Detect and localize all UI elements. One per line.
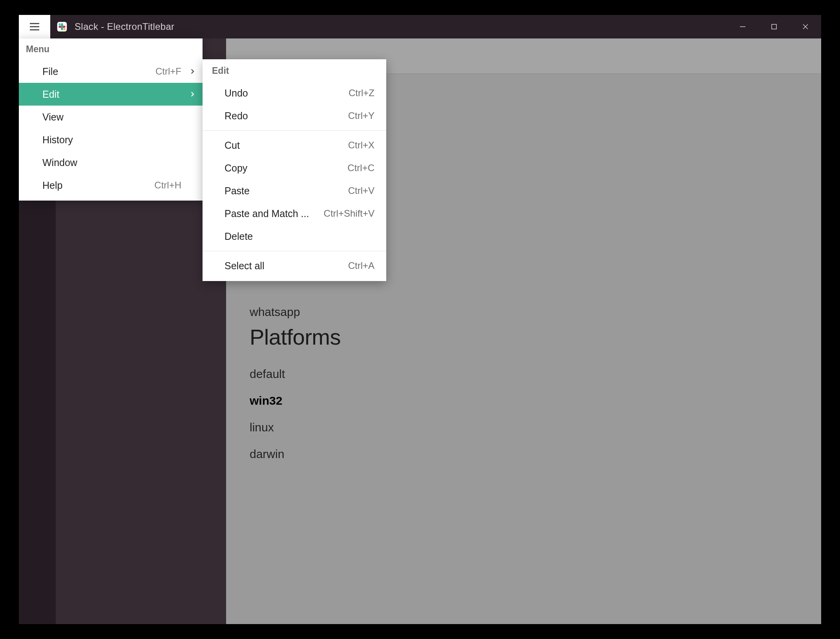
submenu-item-accelerator: Ctrl+A: [348, 260, 374, 271]
minimize-button[interactable]: [727, 15, 758, 38]
menu-item-label: Window: [42, 157, 195, 168]
submenu-item-label: Cut: [225, 140, 343, 151]
menu-item-file[interactable]: FileCtrl+F: [19, 60, 203, 83]
close-icon: [802, 23, 809, 31]
minimize-icon: [739, 23, 747, 31]
edit-submenu: Edit UndoCtrl+ZRedoCtrl+YCutCtrl+XCopyCt…: [203, 59, 386, 281]
hamburger-menu-button[interactable]: [19, 15, 50, 38]
svg-rect-9: [772, 24, 776, 29]
app-icon: [56, 20, 68, 33]
submenu-item-accelerator: Ctrl+Z: [349, 88, 374, 99]
submenu-item-accelerator: Ctrl+C: [347, 162, 374, 173]
menu-item-edit[interactable]: Edit: [19, 83, 203, 106]
submenu-item-accelerator: Ctrl+Y: [348, 110, 374, 121]
window-controls: [727, 15, 821, 38]
submenu-item-paste-and-match-style[interactable]: Paste and Match ...Ctrl+Shift+V: [203, 202, 386, 225]
submenu-item-label: Redo: [225, 110, 343, 122]
main-menu-dropdown: Menu FileCtrl+FEditViewHistoryWindowHelp…: [19, 38, 203, 201]
maximize-icon: [771, 23, 778, 30]
submenu-item-cut[interactable]: CutCtrl+X: [203, 134, 386, 157]
platform-option-win32[interactable]: win32: [250, 387, 798, 414]
platform-option-default[interactable]: default: [250, 361, 798, 387]
section-heading-platforms: Platforms: [250, 324, 798, 350]
submenu-item-label: Paste: [225, 185, 343, 197]
menu-item-label: Help: [42, 180, 154, 191]
submenu-item-copy[interactable]: CopyCtrl+C: [203, 157, 386, 179]
menu-separator: [203, 130, 386, 131]
chevron-right-icon: [188, 68, 197, 75]
hamburger-icon: [28, 20, 41, 33]
menu-item-label: File: [42, 66, 155, 77]
menu-item-help[interactable]: HelpCtrl+H: [19, 174, 203, 197]
submenu-item-label: Copy: [225, 162, 343, 174]
submenu-item-label: Paste and Match ...: [225, 208, 319, 219]
menu-separator: [203, 251, 386, 251]
submenu-heading: Edit: [203, 59, 386, 82]
submenu-item-accelerator: Ctrl+X: [348, 140, 374, 151]
menu-item-view[interactable]: View: [19, 106, 203, 128]
submenu-item-select-all[interactable]: Select allCtrl+A: [203, 254, 386, 277]
svg-point-6: [58, 23, 60, 25]
maximize-button[interactable]: [758, 15, 790, 38]
titlebar: Slack - ElectronTitlebar: [19, 15, 821, 38]
submenu-item-label: Delete: [225, 231, 370, 242]
menu-item-label: History: [42, 134, 195, 146]
menu-item-accelerator: Ctrl+H: [154, 180, 181, 191]
menu-item-label: View: [42, 111, 195, 123]
submenu-item-undo[interactable]: UndoCtrl+Z: [203, 82, 386, 104]
svg-point-7: [64, 28, 66, 30]
submenu-item-accelerator: Ctrl+V: [348, 185, 374, 196]
svg-rect-5: [61, 23, 63, 30]
platform-list: defaultwin32linuxdarwin: [250, 361, 798, 467]
submenu-item-accelerator: Ctrl+Shift+V: [324, 208, 374, 219]
menu-item-label: Edit: [42, 89, 195, 100]
menu-item-accelerator: Ctrl+F: [155, 66, 181, 77]
menu-heading: Menu: [19, 38, 203, 60]
menu-item-window[interactable]: Window: [19, 151, 203, 174]
submenu-item-delete[interactable]: Delete: [203, 225, 386, 248]
platform-option-darwin[interactable]: darwin: [250, 441, 798, 467]
slack-icon: [57, 21, 68, 32]
chevron-right-icon: [188, 91, 197, 98]
submenu-item-paste[interactable]: PasteCtrl+V: [203, 179, 386, 202]
list-item[interactable]: whatsapp: [250, 305, 798, 319]
menu-item-history[interactable]: History: [19, 128, 203, 151]
close-button[interactable]: [790, 15, 821, 38]
window-title: Slack - ElectronTitlebar: [75, 21, 174, 32]
submenu-item-label: Undo: [225, 88, 344, 99]
platform-option-linux[interactable]: linux: [250, 414, 798, 441]
submenu-item-redo[interactable]: RedoCtrl+Y: [203, 104, 386, 127]
submenu-item-label: Select all: [225, 260, 343, 272]
